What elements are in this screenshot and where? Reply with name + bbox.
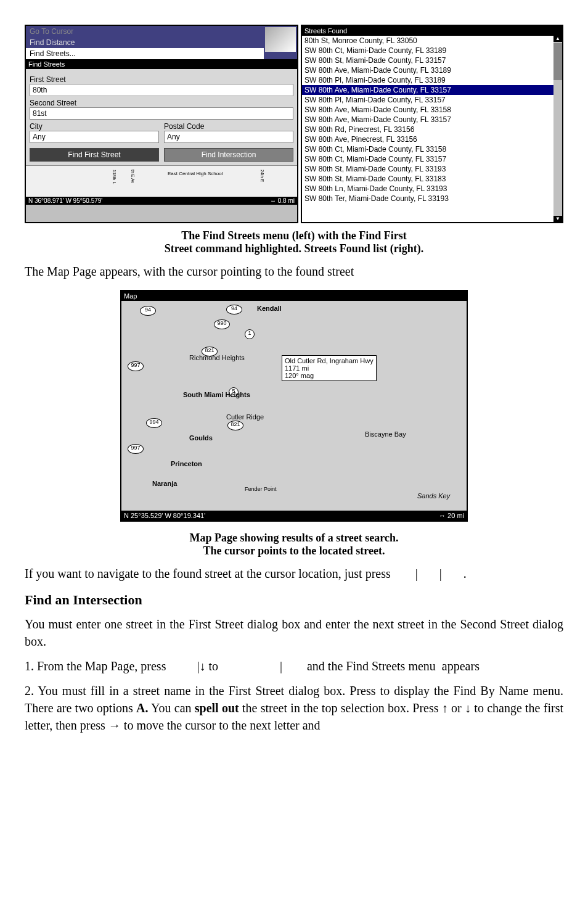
city-south-miami: South Miami Heights [183, 391, 250, 398]
info-road: Old Cutler Rd, Ingraham Hwy [285, 357, 374, 364]
first-street-input[interactable]: 80th [30, 84, 293, 96]
compass-icon [265, 27, 296, 52]
scrollbar[interactable]: ▲ ▼ [553, 36, 562, 222]
city-biscayne: Biscayne Bay [365, 430, 406, 438]
find-intersection-heading: Find an Intersection [25, 592, 563, 608]
city-naranja: Naranja [152, 480, 177, 487]
street-item[interactable]: SW 80th Ln, Miami-Dade County, FL 33193 [302, 184, 553, 194]
mini-map-road-1: 118th L [112, 170, 116, 184]
scroll-thumb[interactable] [553, 43, 562, 80]
left-status-bar: N 36°08.971' W 95°50.579' ↔ 0.8 mi [26, 197, 297, 205]
route-994: 994 [146, 418, 162, 428]
body-text-3: You must enter one street in the First S… [25, 615, 563, 650]
street-item[interactable]: SW 80th Ave, Miami-Dade County, FL 33189 [302, 65, 553, 75]
map-page-screenshot: Map 94 94 Kendall 990 821 Richmond Heigh… [120, 290, 468, 522]
map-info-box: Old Cutler Rd, Ingraham Hwy 1171 mi 120°… [282, 355, 377, 381]
city-kendall: Kendall [257, 305, 282, 312]
menu-bar: Go To Cursor Find Distance Find Streets.… [26, 26, 297, 59]
streets-found-list[interactable]: 80th St, Monroe County, FL 33050SW 80th … [302, 36, 553, 222]
find-streets-header: Find Streets [26, 59, 297, 69]
street-item[interactable]: SW 80th Ave, Miami-Dade County, FL 33158 [302, 105, 553, 115]
route-1: 1 [245, 329, 255, 339]
city-input[interactable]: Any [30, 131, 159, 143]
find-streets-screenshots: Go To Cursor Find Distance Find Streets.… [25, 25, 563, 223]
city-goulds: Goulds [189, 434, 213, 442]
route-821b: 821 [227, 421, 243, 430]
streets-found-header: Streets Found [302, 26, 562, 36]
map-distance: ↔ 20 mi [439, 512, 464, 519]
body-text-1: The Map Page appears, with the cursor po… [25, 263, 563, 280]
scroll-down-icon[interactable]: ▼ [553, 216, 562, 222]
city-richmond: Richmond Heights [189, 354, 245, 361]
route-990: 990 [214, 319, 230, 329]
city-fender: Fender Point [245, 486, 277, 492]
street-item[interactable]: SW 80th Ct, Miami-Dade County, FL 33157 [302, 154, 553, 164]
mini-map: 118th L th E Av East Central High School… [26, 165, 297, 197]
street-item[interactable]: SW 80th St, Miami-Dade County, FL 33193 [302, 164, 553, 174]
street-item[interactable]: SW 80th Ct, Miami-Dade County, FL 33158 [302, 144, 553, 154]
map-status-bar: N 25°35.529' W 80°19.341' ↔ 20 mi [121, 511, 467, 520]
find-first-street-button[interactable]: Find First Street [30, 148, 159, 162]
street-item[interactable]: SW 80th Ave, Miami-Dade County, FL 33157 [302, 115, 553, 125]
route-997b: 997 [128, 444, 144, 454]
left-coords: N 36°08.971' W 95°50.579' [28, 197, 102, 204]
find-streets-form: First Street 80th Second Street 81st Cit… [26, 69, 297, 165]
street-item[interactable]: 80th St, Monroe County, FL 33050 [302, 36, 553, 46]
postal-code-label: Postal Code [164, 122, 293, 131]
streets-found-panel: Streets Found 80th St, Monroe County, FL… [301, 25, 563, 223]
scroll-up-icon[interactable]: ▲ [553, 36, 562, 42]
street-item[interactable]: SW 80th St, Miami-Dade County, FL 33157 [302, 56, 553, 65]
route-94a: 94 [140, 306, 156, 316]
mini-map-school: East Central High School [168, 171, 223, 176]
city-princeton: Princeton [171, 460, 202, 467]
street-item[interactable]: SW 80th St, Miami-Dade County, FL 33183 [302, 174, 553, 184]
left-distance: ↔ 0.8 mi [270, 197, 295, 204]
caption-1: The Find Streets menu (left) with the Fi… [25, 229, 563, 255]
street-item[interactable]: SW 80th Pl, Miami-Dade County, FL 33189 [302, 75, 553, 85]
menu-go-to-cursor[interactable]: Go To Cursor [26, 26, 264, 37]
street-item[interactable]: SW 80th Ct, Miami-Dade County, FL 33189 [302, 46, 553, 56]
postal-code-input[interactable]: Any [164, 131, 293, 143]
route-997: 997 [128, 361, 144, 371]
menu-find-distance[interactable]: Find Distance [26, 37, 264, 48]
map-title: Map [121, 291, 467, 301]
street-item[interactable]: SW 80th Ave, Miami-Dade County, FL 33157 [302, 85, 553, 95]
body-text-2: If you want to navigate to the found str… [25, 565, 563, 582]
street-item[interactable]: SW 80th Pl, Miami-Dade County, FL 33157 [302, 95, 553, 105]
street-item[interactable]: SW 80th Rd, Pinecrest, FL 33156 [302, 125, 553, 134]
body-text-5: 2. You must fill in a street name in the… [25, 682, 563, 734]
city-cutler-ridge: Cutler Ridge [226, 413, 264, 421]
info-dist: 1171 mi [285, 364, 374, 372]
city-sands-key: Sands Key [417, 492, 450, 500]
find-streets-panel: Go To Cursor Find Distance Find Streets.… [25, 25, 298, 223]
map-canvas[interactable]: 94 94 Kendall 990 821 Richmond Heights 9… [121, 301, 467, 511]
caption-2: Map Page showing results of a street sea… [25, 532, 563, 557]
city-label: City [30, 122, 159, 131]
route-94b: 94 [226, 305, 242, 315]
find-intersection-button[interactable]: Find Intersection [164, 148, 293, 162]
map-coords: N 25°35.529' W 80°19.341' [124, 512, 205, 519]
mini-map-road-2: th E Av [131, 170, 135, 183]
street-item[interactable]: SW 80th Ter, Miami-Dade County, FL 33193 [302, 194, 553, 204]
menu-find-streets[interactable]: Find Streets... [26, 48, 264, 59]
second-street-label: Second Street [30, 99, 293, 107]
street-item[interactable]: SW 80th Ave, Pinecrest, FL 33156 [302, 134, 553, 144]
second-street-input[interactable]: 81st [30, 107, 293, 120]
first-street-label: First Street [30, 75, 293, 84]
mini-map-road-3: 24th E [260, 170, 264, 182]
body-text-4: 1. From the Map Page, press |↓ to | and … [25, 657, 563, 675]
info-bearing: 120° mag [285, 372, 374, 379]
